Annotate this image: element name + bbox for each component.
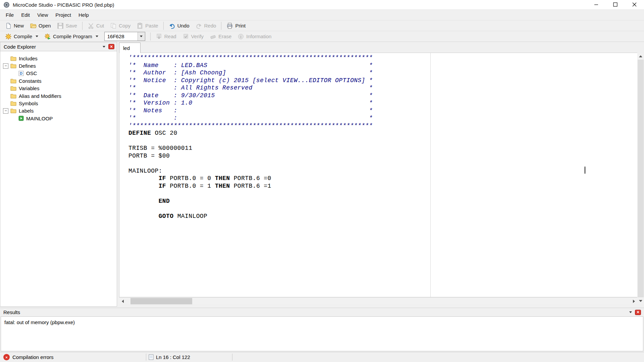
define-icon: D bbox=[18, 71, 24, 76]
vertical-scroll-thumb[interactable] bbox=[638, 60, 644, 297]
code-line bbox=[128, 205, 373, 213]
button-label: Print bbox=[235, 23, 246, 28]
save-button[interactable]: Save bbox=[54, 21, 80, 30]
print-button[interactable]: Print bbox=[223, 21, 249, 30]
svg-text:D: D bbox=[20, 71, 22, 75]
verify-icon bbox=[182, 33, 189, 40]
close-button[interactable] bbox=[625, 0, 644, 10]
folder-icon bbox=[10, 108, 16, 113]
scissors-icon bbox=[88, 22, 94, 29]
results-close-button[interactable]: × bbox=[635, 310, 641, 315]
window-controls bbox=[587, 0, 644, 10]
read-button[interactable]: Read bbox=[153, 32, 179, 41]
scroll-right-button[interactable] bbox=[630, 298, 637, 305]
collapse-toggle[interactable]: − bbox=[3, 63, 8, 69]
compile-program-button[interactable]: Compile Program bbox=[41, 32, 101, 41]
toggle-spacer bbox=[3, 93, 8, 99]
toggle-spacer bbox=[3, 56, 8, 61]
code-line: '***************************************… bbox=[128, 54, 373, 62]
cursor-position: Ln 16 : Col 122 bbox=[156, 354, 190, 360]
explorer-close-button[interactable]: × bbox=[108, 44, 114, 49]
code-line bbox=[128, 137, 373, 145]
margin-guide bbox=[430, 53, 431, 297]
tree-item-symbols[interactable]: Symbols bbox=[0, 100, 117, 107]
results-title: Results bbox=[3, 309, 20, 315]
folder-icon bbox=[10, 63, 16, 68]
maximize-button[interactable] bbox=[606, 0, 625, 10]
code-content[interactable]: '***************************************… bbox=[128, 54, 373, 220]
tree-item-defines[interactable]: −Defines bbox=[0, 62, 117, 69]
title-bar: MicroCode Studio - PICBASIC PRO (led.pbp… bbox=[0, 0, 644, 10]
svg-text:i: i bbox=[240, 35, 241, 39]
tab-label: led bbox=[123, 45, 130, 51]
menu-file[interactable]: File bbox=[2, 10, 17, 19]
editor[interactable]: '***************************************… bbox=[119, 53, 637, 297]
tree-item-alias-and-modifiers[interactable]: Alias and Modifiers bbox=[0, 92, 117, 100]
code-line: PORTB = $00 bbox=[128, 152, 373, 160]
open-button[interactable]: Open bbox=[27, 21, 54, 30]
tree-item-labels[interactable]: −Labels bbox=[0, 107, 117, 115]
code-line: MAINLOOP: bbox=[128, 167, 373, 175]
paste-button[interactable]: Paste bbox=[133, 21, 161, 30]
horizontal-scrollbar[interactable] bbox=[119, 297, 637, 304]
collapse-toggle[interactable]: − bbox=[3, 108, 8, 114]
results-message[interactable]: fatal: out of memory (pbpw.exe) bbox=[4, 319, 75, 325]
app-icon bbox=[3, 2, 10, 8]
tree-item-mainloop[interactable]: MAINLOOP bbox=[0, 115, 117, 122]
code-line bbox=[128, 160, 373, 167]
menu-project[interactable]: Project bbox=[52, 10, 75, 19]
maximize-icon bbox=[613, 2, 618, 8]
erase-button[interactable]: Erase bbox=[207, 32, 234, 41]
explorer-tree: Includes−DefinesDOSCConstantsVariablesAl… bbox=[0, 51, 117, 307]
device-select[interactable]: 16F628 bbox=[104, 32, 145, 41]
status-divider bbox=[232, 354, 232, 361]
cut-button[interactable]: Cut bbox=[85, 21, 107, 30]
toolbar-separator bbox=[82, 22, 83, 30]
tab-led[interactable]: led bbox=[119, 43, 141, 53]
status-message: Compilation errors bbox=[12, 354, 54, 360]
copy-pages-icon bbox=[110, 22, 117, 29]
explorer-dropdown-icon[interactable] bbox=[103, 46, 105, 48]
scroll-up-button[interactable] bbox=[637, 53, 644, 60]
code-line: TRISB = %00000011 bbox=[128, 144, 373, 152]
verify-button[interactable]: Verify bbox=[179, 32, 207, 41]
menu-help[interactable]: Help bbox=[75, 10, 93, 19]
scroll-down-button[interactable] bbox=[637, 297, 644, 304]
folder-icon bbox=[10, 78, 16, 83]
menu-view[interactable]: View bbox=[34, 10, 52, 19]
tree-item-variables[interactable]: Variables bbox=[0, 85, 117, 92]
copy-button[interactable]: Copy bbox=[107, 21, 133, 30]
tree-item-label: Defines bbox=[19, 63, 36, 69]
toggle-spacer bbox=[3, 86, 8, 91]
code-line: '* Notice : Copyright (c) 2015 [select V… bbox=[128, 77, 373, 84]
tree-item-label: Constants bbox=[19, 78, 42, 84]
tree-item-constants[interactable]: Constants bbox=[0, 77, 117, 84]
tree-item-includes[interactable]: Includes bbox=[0, 55, 117, 62]
menu-bar: FileEditViewProjectHelp bbox=[0, 10, 644, 20]
button-label: Information bbox=[246, 34, 271, 39]
button-label: Undo bbox=[177, 23, 190, 28]
open-folder-icon bbox=[30, 22, 37, 29]
undo-button[interactable]: Undo bbox=[166, 21, 193, 30]
clipboard-icon bbox=[137, 22, 143, 29]
results-dropdown-icon[interactable] bbox=[629, 311, 632, 313]
chevron-down-icon[interactable] bbox=[138, 32, 145, 41]
new-button[interactable]: New bbox=[2, 21, 27, 30]
minimize-button[interactable] bbox=[587, 0, 606, 10]
horizontal-scroll-thumb[interactable] bbox=[130, 298, 192, 304]
scroll-left-button[interactable] bbox=[119, 298, 126, 305]
tree-item-label: Labels bbox=[19, 108, 34, 114]
redo-arrow-icon bbox=[196, 22, 202, 29]
menu-edit[interactable]: Edit bbox=[17, 10, 34, 19]
save-disk-icon bbox=[57, 22, 64, 29]
information-button[interactable]: iInformation bbox=[234, 32, 274, 41]
code-line: '***************************************… bbox=[128, 122, 373, 130]
code-line: '* Author : [Ash Choong] * bbox=[128, 69, 373, 77]
code-line: '* Notes : * bbox=[128, 107, 373, 115]
redo-button[interactable]: Redo bbox=[193, 21, 219, 30]
vertical-scrollbar[interactable] bbox=[637, 53, 644, 304]
compile-button[interactable]: Compile bbox=[2, 32, 41, 41]
tree-item-osc[interactable]: DOSC bbox=[0, 70, 117, 77]
results-output: fatal: out of memory (pbpw.exe) bbox=[1, 316, 643, 351]
code-line: GOTO MAINLOOP bbox=[128, 213, 373, 220]
